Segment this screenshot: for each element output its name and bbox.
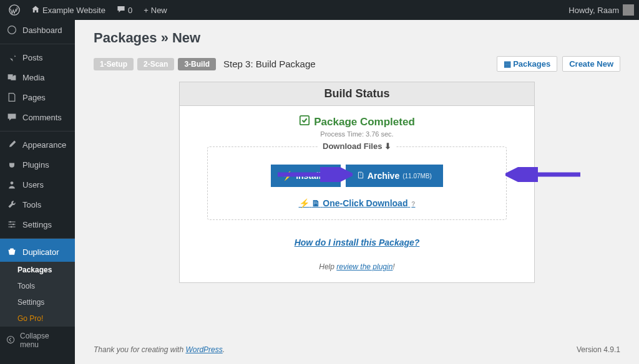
site-name: Example Website — [42, 6, 105, 15]
help-icon[interactable]: ? — [411, 201, 415, 208]
user-icon — [6, 179, 17, 190]
duplicator-submenu: Packages Tools Settings Go Pro! — [0, 262, 75, 327]
pin-icon — [6, 52, 17, 63]
download-legend: Download Files ⬇ — [318, 141, 396, 151]
sidebar-item-settings[interactable]: Settings — [0, 214, 75, 234]
sidebar-item-posts[interactable]: Posts — [0, 44, 75, 67]
new-label: New — [151, 6, 167, 15]
svg-point-3 — [9, 221, 11, 223]
submenu-packages[interactable]: Packages — [0, 262, 75, 278]
dashboard-icon — [6, 24, 17, 36]
collapse-menu[interactable]: Collapse menu — [0, 327, 75, 354]
create-new-button[interactable]: Create New — [562, 56, 620, 72]
step-3: 3-Build — [178, 58, 216, 70]
svg-point-5 — [11, 226, 12, 228]
sidebar-item-pages[interactable]: Pages — [0, 87, 75, 107]
submenu-gopro[interactable]: Go Pro! — [0, 310, 75, 327]
step-1: 1-Setup — [94, 58, 134, 70]
brush-icon — [6, 139, 17, 150]
step-row: 1-Setup 2-Scan 3-Build Step 3: Build Pac… — [94, 56, 620, 72]
submenu-settings[interactable]: Settings — [0, 294, 75, 310]
annotation-arrow-left — [278, 167, 353, 182]
admin-sidebar: Dashboard Posts Media Pages Comments App… — [0, 20, 75, 364]
download-buttons: ⚡ Installer Archive (11.07MB) — [214, 165, 500, 187]
home-icon — [31, 5, 40, 16]
wrench-icon — [6, 199, 17, 210]
sidebar-item-comments[interactable]: Comments — [0, 107, 75, 127]
bolt-icon: ⚡ — [299, 198, 310, 208]
new-link[interactable]: + New — [140, 6, 171, 15]
svg-point-6 — [7, 336, 14, 343]
footer-credit: Thank you for creating with WordPress. — [94, 345, 225, 354]
toolbar-left: Example Website 0 + New — [5, 4, 171, 16]
process-time: Process Time: 3.76 sec. — [192, 130, 522, 138]
submenu-tools[interactable]: Tools — [0, 278, 75, 294]
sidebar-item-dashboard[interactable]: Dashboard — [0, 20, 75, 40]
step-title: Step 3: Build Package — [223, 59, 316, 69]
top-buttons: ▦ Packages Create New — [497, 56, 620, 72]
wordpress-link[interactable]: WordPress — [185, 345, 222, 354]
comments-link[interactable]: 0 — [113, 5, 136, 16]
annotation-arrow-right — [505, 167, 580, 182]
archive-button[interactable]: Archive (11.07MB) — [346, 165, 443, 187]
content: Packages » New 1-Setup 2-Scan 3-Build St… — [75, 20, 639, 364]
layout: Dashboard Posts Media Pages Comments App… — [0, 20, 639, 364]
packages-button[interactable]: ▦ Packages — [497, 56, 558, 72]
check-icon — [299, 115, 310, 129]
sidebar-item-tools[interactable]: Tools — [0, 194, 75, 214]
download-icon: ⬇ — [384, 141, 391, 151]
plug-icon — [6, 159, 17, 170]
steps-left: 1-Setup 2-Scan 3-Build Step 3: Build Pac… — [94, 58, 316, 70]
collapse-icon — [6, 335, 15, 346]
greeting: Howdy, Raam — [568, 6, 619, 15]
panel-body: Package Completed Process Time: 3.76 sec… — [180, 106, 534, 282]
admin-toolbar: Example Website 0 + New Howdy, Raam — [0, 0, 639, 20]
media-icon — [6, 72, 17, 83]
download-files-box: Download Files ⬇ ⚡ Installer Archive (11… — [207, 146, 507, 220]
build-status-panel: Build Status Package Completed Process T… — [179, 82, 535, 283]
toolbar-right[interactable]: Howdy, Raam — [568, 4, 634, 16]
pages-icon — [6, 92, 17, 103]
version: Version 4.9.1 — [577, 345, 620, 354]
sidebar-item-duplicator[interactable]: Duplicator — [0, 238, 75, 262]
review-plugin-link[interactable]: review the plugin — [336, 262, 393, 271]
file-icon: 🗎 — [311, 198, 320, 208]
sidebar-item-users[interactable]: Users — [0, 175, 75, 194]
status-completed: Package Completed — [192, 115, 522, 129]
page-title: Packages » New — [94, 30, 620, 46]
archive-size: (11.07MB) — [402, 173, 432, 180]
footer: Thank you for creating with WordPress. V… — [94, 333, 620, 358]
archive-icon — [357, 171, 364, 181]
sidebar-item-media[interactable]: Media — [0, 67, 75, 87]
sidebar-item-appearance[interactable]: Appearance — [0, 131, 75, 155]
svg-point-4 — [12, 224, 14, 225]
howto-link[interactable]: How do I install this Package? — [192, 237, 522, 247]
site-link[interactable]: Example Website — [27, 5, 109, 16]
comment-icon — [117, 5, 125, 16]
sidebar-item-plugins[interactable]: Plugins — [0, 155, 75, 175]
comments-icon — [6, 112, 17, 123]
comment-count: 0 — [128, 6, 132, 15]
duplicator-icon — [6, 246, 17, 257]
wp-logo-icon[interactable] — [5, 4, 24, 16]
sliders-icon — [6, 219, 17, 230]
step-2: 2-Scan — [137, 58, 174, 70]
svg-point-2 — [11, 181, 14, 184]
grid-icon: ▦ — [504, 59, 511, 69]
plus-icon: + — [144, 6, 149, 15]
avatar — [623, 4, 634, 16]
panel-header: Build Status — [180, 82, 534, 106]
help-text: Help review the plugin! — [192, 262, 522, 271]
one-click-download[interactable]: ⚡ 🗎 One-Click Download ? — [214, 198, 500, 208]
